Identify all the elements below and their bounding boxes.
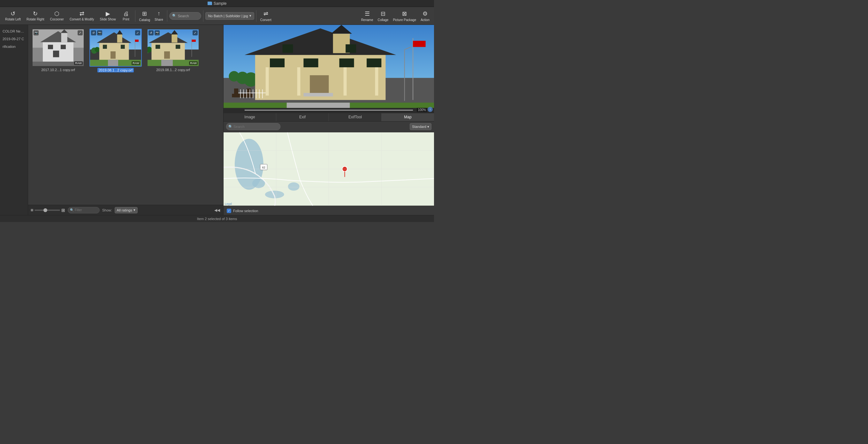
photo-thumb-icons-1: 📷 bbox=[34, 30, 39, 35]
toolbar-separator-2 bbox=[167, 10, 167, 22]
action-button[interactable]: ⚙ Action bbox=[419, 9, 431, 23]
svg-text:62: 62 bbox=[262, 166, 266, 169]
convert-button[interactable]: ⇌ Convert bbox=[258, 9, 273, 23]
search-icon: 🔍 bbox=[172, 14, 177, 18]
preview-zoom-badge: 100% bbox=[417, 108, 427, 112]
window-title: Sample bbox=[214, 1, 227, 6]
refresh-icon-2: ↺ bbox=[91, 30, 96, 35]
slider-thumb[interactable] bbox=[43, 208, 47, 212]
photo-thumb-icons-2: ↺ 📷 bbox=[91, 30, 102, 35]
photo-thumb-expand-1: ⤢ bbox=[78, 30, 83, 35]
expand-icon-2[interactable]: ⤢ bbox=[135, 30, 140, 35]
filter-box[interactable]: 🔍 Filter bbox=[68, 207, 100, 213]
slider-track[interactable] bbox=[34, 210, 60, 211]
map-search-wrap: 🔍 bbox=[226, 123, 407, 130]
arrow-buttons: ◀◀ bbox=[214, 207, 221, 213]
picture-package-button[interactable]: ⊠ Picture Package bbox=[391, 9, 418, 23]
rotate-left-button[interactable]: ↺ Rotate Left bbox=[3, 9, 23, 22]
rename-button[interactable]: ☰ Rename bbox=[359, 9, 375, 23]
title-bar: Sample bbox=[0, 0, 434, 7]
photo-thumb-1[interactable]: 📷 ⤢ RAW 2017.10.2...1 copy.orf bbox=[32, 29, 84, 72]
map-type-chevron: ▾ bbox=[427, 125, 429, 129]
map-search-input[interactable] bbox=[226, 123, 280, 130]
tab-exiftool[interactable]: ExifTool bbox=[329, 113, 382, 122]
refresh-icon-3: ↺ bbox=[149, 30, 154, 35]
sidebar: COLOR Next G 2019-09-27 C rification bbox=[0, 25, 28, 215]
ratings-chevron: ▾ bbox=[133, 208, 135, 212]
photo-thumb-3[interactable]: ↺ 📷 ⤢ RAW 2019.08.1...2 copy.orf bbox=[147, 29, 199, 72]
print-button[interactable]: 🖨 Print bbox=[119, 9, 133, 22]
map-type-label: Standard bbox=[412, 125, 426, 129]
grid-size-slider[interactable]: ⊞ ⊞ bbox=[31, 208, 65, 213]
rotate-left-label: Rotate Left bbox=[5, 18, 21, 21]
batch-format-select[interactable]: No Batch | Subfolder | jpg ▾ bbox=[205, 12, 254, 20]
rotate-right-button[interactable]: ↻ Rotate Right bbox=[24, 9, 47, 22]
sidebar-item-3[interactable]: rification bbox=[0, 43, 28, 50]
expand-icon-1[interactable]: ⤢ bbox=[78, 30, 83, 35]
map-svg: 62 bbox=[223, 132, 434, 206]
map-container[interactable]: 62 Legal bbox=[223, 132, 434, 206]
photo-thumb-expand-3: ⤢ bbox=[192, 30, 198, 35]
collage-icon: ⊟ bbox=[381, 10, 385, 17]
rename-label: Rename bbox=[361, 18, 373, 22]
tab-image[interactable]: Image bbox=[223, 113, 276, 122]
photo-grid-area: 📷 ⤢ RAW 2017.10.2...1 copy.orf ↺ 📷 bbox=[28, 25, 223, 215]
expand-icon-3[interactable]: ⤢ bbox=[192, 30, 198, 35]
search-box[interactable]: 🔍 Search bbox=[169, 12, 201, 20]
photo-thumb-2[interactable]: ↺ 📷 ⤢ RAW 2019.08.1...2 copy.orf bbox=[89, 29, 142, 72]
cocooner-button[interactable]: ⬡ Cocooner bbox=[48, 9, 66, 22]
photo-name-3: 2019.08.1...2 copy.orf bbox=[156, 68, 190, 72]
share-icon: ↑ bbox=[157, 10, 160, 17]
catalog-label: Catalog bbox=[139, 18, 150, 22]
small-grid-icon: ⊞ bbox=[31, 208, 33, 212]
folder-icon bbox=[208, 2, 212, 5]
right-panel: 100% i Image Exif ExifTool Map 🔍 bbox=[223, 25, 434, 215]
convert-modify-label: Convert & Modify bbox=[70, 18, 94, 21]
collage-button[interactable]: ⊟ Collage bbox=[376, 9, 390, 23]
main-layout: COLOR Next G 2019-09-27 C rification 📷 ⤢… bbox=[0, 25, 434, 215]
toolbar-separator-3 bbox=[203, 10, 204, 22]
ratings-select[interactable]: All ratings ▾ bbox=[115, 207, 137, 213]
camera-icon-3: 📷 bbox=[155, 30, 160, 35]
prev-arrow-button[interactable]: ◀◀ bbox=[214, 207, 221, 213]
convert-label: Convert bbox=[260, 18, 272, 22]
share-button[interactable]: ↑ Share bbox=[153, 9, 165, 23]
action-icon: ⚙ bbox=[423, 10, 428, 17]
tab-map[interactable]: Map bbox=[382, 113, 434, 122]
cocooner-icon: ⬡ bbox=[54, 11, 59, 16]
raw-badge-2: RAW bbox=[131, 61, 140, 65]
show-label: Show: bbox=[102, 208, 112, 212]
convert-icon: ⇌ bbox=[264, 10, 268, 17]
preview-info-icon[interactable]: i bbox=[428, 107, 433, 112]
sidebar-item-1[interactable]: COLOR Next G bbox=[0, 27, 28, 35]
follow-selection-checkbox[interactable]: ✓ bbox=[227, 209, 231, 213]
preview-canvas bbox=[223, 25, 434, 113]
rotate-left-icon: ↺ bbox=[10, 11, 15, 16]
print-icon: 🖨 bbox=[123, 11, 129, 16]
tab-exif[interactable]: Exif bbox=[276, 113, 329, 122]
slideshow-button[interactable]: ▶ Slide Show bbox=[97, 9, 119, 22]
camera-icon-2: 📷 bbox=[97, 30, 102, 35]
photo-name-1: 2017.10.2...1 copy.orf bbox=[41, 68, 75, 72]
follow-selection-row: ✓ Follow selection bbox=[223, 206, 434, 215]
action-label: Action bbox=[421, 18, 430, 22]
map-search-icon: 🔍 bbox=[228, 125, 233, 129]
sidebar-item-2[interactable]: 2019-09-27 C bbox=[0, 35, 28, 43]
raw-badge-3: RAW bbox=[189, 61, 198, 65]
catalog-button[interactable]: ⊞ Catalog bbox=[137, 9, 152, 23]
map-legal-link[interactable]: Legal bbox=[225, 202, 232, 205]
grid-bottom-bar: ⊞ ⊞ 🔍 Filter Show: All ratings ▾ ◀◀ bbox=[28, 205, 223, 215]
map-panel: 🔍 Standard ▾ bbox=[223, 122, 434, 215]
svg-point-4 bbox=[288, 182, 300, 191]
search-placeholder: Search bbox=[178, 14, 189, 18]
convert-modify-button[interactable]: ⇄ Convert & Modify bbox=[67, 9, 97, 22]
map-search-row: 🔍 Standard ▾ bbox=[223, 122, 434, 132]
toolbar-separator-4 bbox=[256, 10, 256, 22]
collage-label: Collage bbox=[377, 18, 388, 22]
photo-name-2: 2019.08.1...2 copy.orf bbox=[97, 68, 134, 72]
raw-badge-1: RAW bbox=[74, 61, 83, 65]
status-bar: Item 2 selected of 3 items bbox=[0, 215, 434, 222]
follow-selection-label: Follow selection bbox=[233, 209, 258, 213]
status-text: Item 2 selected of 3 items bbox=[197, 217, 237, 221]
map-type-select[interactable]: Standard ▾ bbox=[410, 123, 431, 130]
